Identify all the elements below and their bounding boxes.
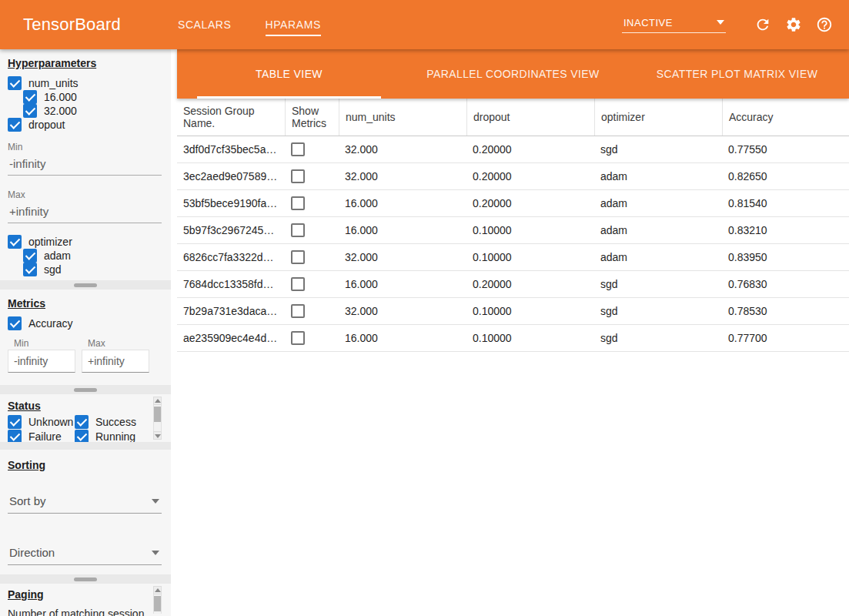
scroll-down-icon[interactable]: [153, 431, 162, 440]
show-metrics-checkbox[interactable]: [291, 169, 305, 183]
paging-scrollbar[interactable]: [153, 586, 162, 614]
checkbox-icon: [23, 249, 37, 263]
metric-min-input[interactable]: [8, 350, 75, 373]
column-header-session-group-name[interactable]: Session Group Name.: [177, 99, 285, 136]
scroll-up-icon[interactable]: [153, 586, 162, 594]
checkbox-running[interactable]: Running: [75, 430, 142, 442]
tab-scatter-plot-matrix-view[interactable]: SCATTER PLOT MATRIX VIEW: [625, 49, 849, 99]
show-metrics-checkbox[interactable]: [291, 277, 305, 291]
scrollbar-thumb[interactable]: [154, 407, 161, 422]
checkbox-optimizer[interactable]: optimizer: [8, 235, 163, 249]
optimizer-value: adam: [594, 251, 722, 263]
checkbox-dropout[interactable]: dropout: [8, 118, 163, 132]
sidebar-panel-metrics: Metrics Accuracy Min Max: [0, 290, 171, 385]
scrollbar-track[interactable]: [153, 405, 162, 431]
chevron-down-icon: [152, 551, 159, 555]
refresh-icon: [754, 16, 771, 33]
settings-gear-icon: [785, 16, 802, 33]
dropout-value: 0.10000: [466, 332, 594, 344]
checkbox-16-000[interactable]: 16.000: [23, 90, 163, 104]
column-header-num-units[interactable]: num_units: [339, 99, 466, 136]
num-units-value: 32.000: [339, 305, 466, 317]
checkbox-adam[interactable]: adam: [23, 249, 163, 263]
table-row: 5b97f3c2967245b… 16.000 0.10000 adam 0.8…: [177, 217, 849, 244]
session-group-name: 6826cc7fa3322d82…: [177, 251, 285, 263]
tab-parallel-coordinates-view[interactable]: PARALLEL COORDINATES VIEW: [401, 49, 625, 99]
checkbox-label: optimizer: [28, 236, 72, 248]
status-scrollbar[interactable]: [153, 397, 162, 440]
table-row: 53bf5bece9190fa… 16.000 0.20000 adam 0.8…: [177, 190, 849, 217]
tab-scalars[interactable]: SCALARS: [161, 0, 249, 49]
accuracy-value: 0.77550: [722, 143, 849, 156]
min-label: Min: [8, 338, 75, 349]
status-options: Unknown Success Failure Running: [8, 415, 163, 442]
show-metrics-checkbox[interactable]: [291, 142, 305, 156]
accuracy-value: 0.77700: [722, 332, 849, 344]
metric-max-input[interactable]: [82, 350, 149, 373]
optimizer-value: sgd: [594, 143, 722, 156]
help-button[interactable]: [815, 15, 834, 34]
settings-button[interactable]: [784, 15, 803, 34]
metric-minmax-row: Min Max: [8, 338, 163, 373]
num-units-value: 32.000: [339, 251, 466, 263]
tab-table-view[interactable]: TABLE VIEW: [177, 49, 401, 99]
num-units-value: 16.000: [339, 332, 466, 344]
checkbox-icon: [8, 235, 22, 249]
checkbox-label: sgd: [44, 263, 62, 276]
table-row: 3ec2aed9e07589f… 32.000 0.20000 adam 0.8…: [177, 163, 849, 190]
column-header-show-metrics[interactable]: Show Metrics: [285, 99, 339, 136]
column-header-dropout[interactable]: dropout: [466, 99, 594, 136]
sorting-heading: Sorting: [8, 459, 163, 471]
tensorboard-app: TensorBoard SCALARS HPARAMS INACTIVE: [0, 0, 849, 616]
dropout-value: 0.20000: [466, 170, 594, 182]
checkbox-unknown[interactable]: Unknown: [8, 415, 75, 429]
scrollbar-thumb[interactable]: [154, 596, 161, 611]
sort-by-select[interactable]: Sort by: [8, 492, 162, 514]
pane-resize-handle[interactable]: [0, 280, 171, 290]
checkbox-num-units[interactable]: num_units: [8, 76, 163, 90]
min-label: Min: [8, 142, 163, 152]
show-metrics-checkbox[interactable]: [291, 196, 305, 210]
num-units-value: 16.000: [339, 278, 466, 290]
show-metrics-checkbox[interactable]: [291, 304, 305, 318]
session-group-name: 5b97f3c2967245b…: [177, 224, 285, 236]
checkbox-accuracy[interactable]: Accuracy: [8, 316, 163, 330]
reload-status-dropdown[interactable]: INACTIVE: [622, 17, 726, 33]
sidebar-panel-hyperparameters: Hyperparameters num_units 16.000 32.000 …: [0, 49, 171, 280]
pane-resize-handle[interactable]: [0, 385, 171, 394]
pane-resize-handle[interactable]: [0, 574, 171, 584]
refresh-button[interactable]: [754, 15, 772, 34]
tab-scalars-label: SCALARS: [178, 14, 232, 36]
checkbox-icon: [8, 430, 22, 442]
table-header-row: Session Group Name. Show Metrics num_uni…: [177, 99, 849, 136]
checkbox-icon: [23, 90, 37, 104]
column-header-accuracy[interactable]: Accuracy: [722, 99, 849, 136]
show-metrics-checkbox[interactable]: [291, 223, 305, 237]
panel-gap: [0, 442, 171, 450]
column-header-optimizer[interactable]: optimizer: [594, 99, 722, 136]
show-metrics-checkbox[interactable]: [291, 331, 305, 345]
checkbox-32-000[interactable]: 32.000: [23, 104, 163, 118]
show-metrics-checkbox[interactable]: [291, 250, 305, 264]
direction-select[interactable]: Direction: [8, 544, 162, 565]
view-tabs: TABLE VIEW PARALLEL COORDINATES VIEW SCA…: [177, 49, 849, 99]
checkbox-label: num_units: [28, 77, 79, 89]
optimizer-value: sgd: [594, 305, 722, 317]
checkbox-icon: [8, 415, 22, 429]
direction-value: Direction: [9, 546, 55, 559]
dropout-min-input[interactable]: [8, 153, 162, 176]
dropout-value: 0.10000: [466, 224, 594, 236]
checkbox-sgd[interactable]: sgd: [23, 263, 163, 276]
top-nav: SCALARS HPARAMS: [161, 0, 338, 49]
main-body: Hyperparameters num_units 16.000 32.000 …: [0, 49, 849, 616]
scrollbar-track[interactable]: [153, 594, 162, 614]
scroll-up-icon[interactable]: [153, 397, 162, 405]
tab-hparams[interactable]: HPARAMS: [249, 0, 338, 49]
checkbox-success[interactable]: Success: [75, 415, 142, 429]
dropout-max-input[interactable]: [8, 201, 162, 223]
help-icon: [816, 16, 833, 33]
optimizer-value: adam: [594, 197, 722, 209]
session-group-name: 3ec2aed9e07589f…: [177, 170, 285, 182]
checkbox-icon: [75, 415, 89, 429]
checkbox-failure[interactable]: Failure: [8, 430, 75, 442]
